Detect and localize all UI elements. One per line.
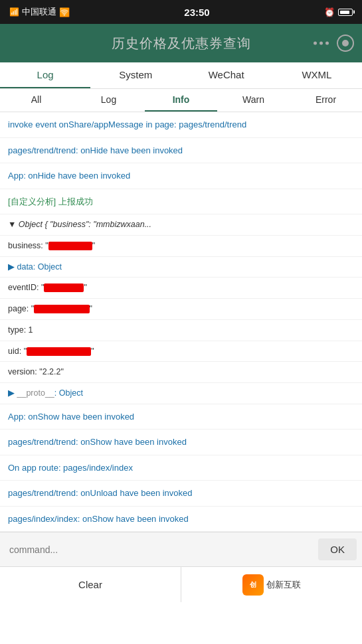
app-header: 历史价格及优惠券查询 xyxy=(0,24,362,62)
redacted-page xyxy=(34,305,89,313)
tab-log[interactable]: Log xyxy=(0,62,90,88)
log-entry-version: version: "2.2.2" xyxy=(0,362,362,383)
subtab-warn[interactable]: Warn xyxy=(217,89,290,112)
subtab-error[interactable]: Error xyxy=(290,89,362,112)
command-bar: OK xyxy=(0,532,362,566)
log-entry: App: onShow have been invoked xyxy=(0,404,362,430)
brand-icon: 创 xyxy=(242,574,264,596)
redacted-business xyxy=(48,242,92,250)
log-entry-proto[interactable]: ▶ __proto__: Object xyxy=(0,383,362,404)
key-business: business: " xyxy=(8,241,48,250)
ok-button[interactable]: OK xyxy=(318,538,357,560)
key-eventid: eventID: " xyxy=(8,283,44,292)
redacted-uid xyxy=(27,347,91,356)
status-bar: 📶 中国联通 🛜 23:50 ⏰ xyxy=(0,0,362,24)
sub-tabs: All Log Info Warn Error xyxy=(0,89,362,112)
log-entry: invoke event onShare/appMessage in page:… xyxy=(0,112,362,138)
object-expand-icon: ▼ xyxy=(8,220,19,229)
header-dots[interactable] xyxy=(314,42,329,45)
log-entry: pages/trend/trend: onUnload have been in… xyxy=(0,481,362,507)
dot-2 xyxy=(319,42,323,45)
quote-close3: " xyxy=(90,304,92,313)
log-entry: pages/trend/trend: onShow have been invo… xyxy=(0,430,362,455)
brand-area: 创 创新互联 xyxy=(181,567,362,602)
clear-button[interactable]: Clear xyxy=(0,567,181,602)
battery-icon xyxy=(338,9,353,16)
command-input[interactable] xyxy=(0,538,318,562)
subtab-info[interactable]: Info xyxy=(145,89,217,112)
log-entry-object[interactable]: ▼ Object { "business": "mmbizwxaan... xyxy=(0,214,362,236)
brand-name-text: 创新互联 xyxy=(266,579,301,591)
log-entry-success: [自定义分析] 上报成功 xyxy=(0,189,362,215)
wifi-icon: 🛜 xyxy=(59,7,70,17)
triangle-icon: ▶ xyxy=(8,262,17,272)
quote-close: " xyxy=(92,241,95,250)
key-type: type: 1 xyxy=(8,325,33,335)
log-entry-type: type: 1 xyxy=(0,320,362,341)
key-proto: __proto__ xyxy=(17,388,54,398)
dot-1 xyxy=(314,42,317,45)
log-entry-eventid: eventID: " " xyxy=(0,278,362,299)
subtab-all[interactable]: All xyxy=(0,89,72,112)
quote-close2: " xyxy=(84,283,86,292)
proto-colon: : Object xyxy=(54,388,83,398)
main-tabs: Log System WeChat WXML xyxy=(0,62,362,89)
signal-icon: 📶 xyxy=(9,7,19,17)
quote-close4: " xyxy=(91,347,94,356)
brand-icon-text: 创 xyxy=(250,580,256,590)
alarm-icon: ⏰ xyxy=(324,7,335,17)
status-left: 📶 中国联通 🛜 xyxy=(9,6,70,18)
tab-system[interactable]: System xyxy=(90,62,181,88)
tab-wxml[interactable]: WXML xyxy=(272,62,362,88)
log-entry-business: business: " " xyxy=(0,236,362,257)
log-entry-page: page: " " xyxy=(0,299,362,320)
key-page: page: " xyxy=(8,304,34,313)
redacted-eventid xyxy=(44,283,84,292)
record-button[interactable] xyxy=(337,35,354,52)
proto-expand-icon: ▶ xyxy=(8,388,17,398)
log-entry-data[interactable]: ▶ data: Object xyxy=(0,257,362,278)
header-title: 历史价格及优惠券查询 xyxy=(112,35,251,52)
subtab-log[interactable]: Log xyxy=(72,89,145,112)
time-display: 23:50 xyxy=(184,7,209,18)
dot-3 xyxy=(325,42,329,45)
log-entry-uid: uid: " " xyxy=(0,341,362,362)
log-entry: pages/trend/trend: onHide have been invo… xyxy=(0,138,362,164)
key-version: version: "2.2.2" xyxy=(8,367,64,376)
object-header: Object { "business": "mmbizwxaan... xyxy=(19,220,151,229)
key-uid: uid: " xyxy=(8,347,27,356)
log-entry: On app route: pages/index/index xyxy=(0,455,362,481)
log-entry: pages/index/index: onShow have been invo… xyxy=(0,507,362,532)
brand-logo: 创 创新互联 xyxy=(242,574,301,596)
log-entry: App: onHide have been invoked xyxy=(0,163,362,189)
key-data: data: Object xyxy=(17,262,61,272)
bottom-bar: Clear 创 创新互联 xyxy=(0,566,362,602)
carrier-text: 中国联通 xyxy=(22,6,56,18)
log-content: invoke event onShare/appMessage in page:… xyxy=(0,112,362,532)
status-right: ⏰ xyxy=(324,7,353,17)
tab-wechat[interactable]: WeChat xyxy=(181,62,272,88)
